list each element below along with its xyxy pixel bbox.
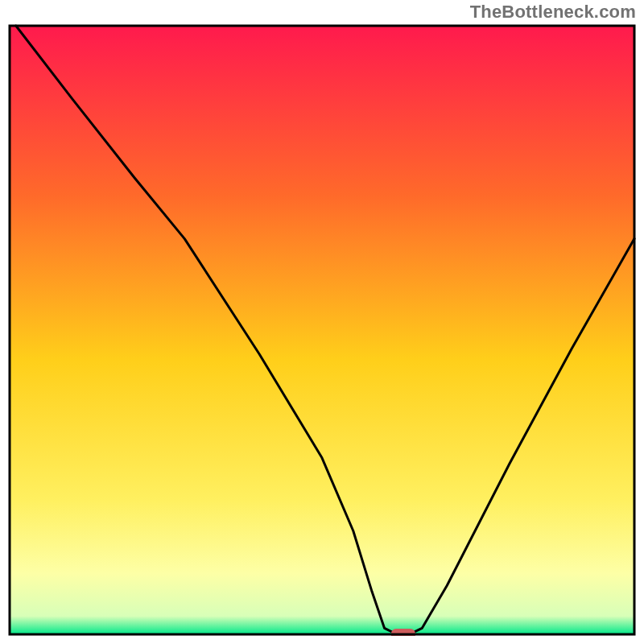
chart-area — [8, 24, 636, 636]
bottleneck-chart-svg — [8, 24, 636, 636]
gradient-background — [10, 26, 634, 634]
watermark-label: TheBottleneck.com — [470, 2, 636, 23]
